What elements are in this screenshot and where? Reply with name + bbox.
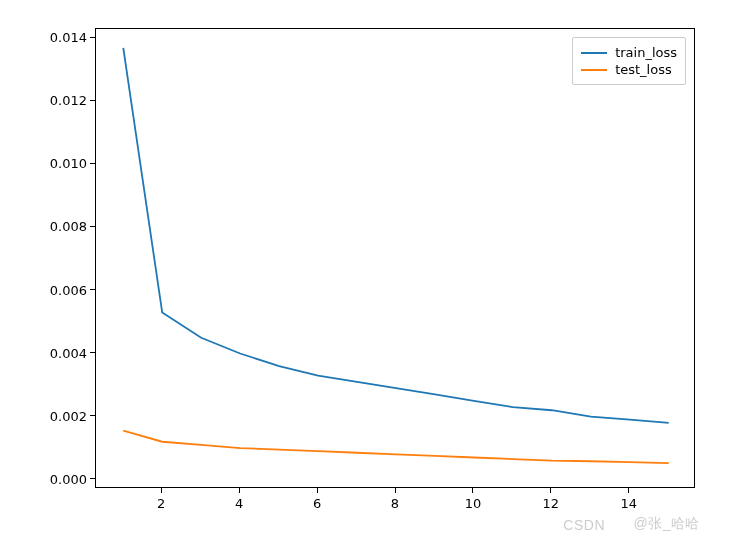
legend-item-test-loss: test_loss [581, 61, 677, 78]
watermark-left: CSDN [563, 517, 605, 533]
y-tick-label: 0.010 [47, 156, 87, 171]
legend-label: test_loss [615, 62, 672, 77]
legend-swatch-train-loss [581, 52, 607, 54]
watermark-right: @张_哈哈 [634, 515, 701, 533]
x-tick-mark [239, 488, 240, 493]
x-tick-mark [395, 488, 396, 493]
x-tick-label: 12 [543, 496, 560, 511]
legend: train_loss test_loss [572, 37, 686, 85]
legend-label: train_loss [615, 45, 677, 60]
chart-lines-svg [96, 29, 696, 489]
y-tick-label: 0.000 [47, 471, 87, 486]
x-tick-label: 14 [620, 496, 637, 511]
y-tick-mark [90, 352, 95, 353]
y-tick-label: 0.008 [47, 219, 87, 234]
legend-swatch-test-loss [581, 69, 607, 71]
x-tick-label: 4 [235, 496, 243, 511]
x-tick-mark [317, 488, 318, 493]
x-tick-mark [628, 488, 629, 493]
y-tick-mark [90, 289, 95, 290]
x-tick-label: 2 [157, 496, 165, 511]
x-tick-mark [472, 488, 473, 493]
legend-item-train-loss: train_loss [581, 44, 677, 61]
y-tick-label: 0.014 [47, 30, 87, 45]
x-tick-label: 10 [465, 496, 482, 511]
plot-area: train_loss test_loss [95, 28, 695, 488]
y-tick-label: 0.002 [47, 408, 87, 423]
y-tick-mark [90, 478, 95, 479]
x-tick-label: 8 [391, 496, 399, 511]
y-tick-mark [90, 415, 95, 416]
chart-container: train_loss test_loss 2468101214 0.0000.0… [0, 0, 755, 545]
test-loss-line [123, 431, 668, 463]
x-tick-mark [550, 488, 551, 493]
train-loss-line [123, 48, 668, 423]
x-tick-label: 6 [313, 496, 321, 511]
y-tick-label: 0.006 [47, 282, 87, 297]
x-tick-mark [161, 488, 162, 493]
y-tick-mark [90, 37, 95, 38]
y-tick-mark [90, 163, 95, 164]
y-tick-mark [90, 226, 95, 227]
y-tick-label: 0.012 [47, 93, 87, 108]
y-tick-mark [90, 100, 95, 101]
y-tick-label: 0.004 [47, 345, 87, 360]
